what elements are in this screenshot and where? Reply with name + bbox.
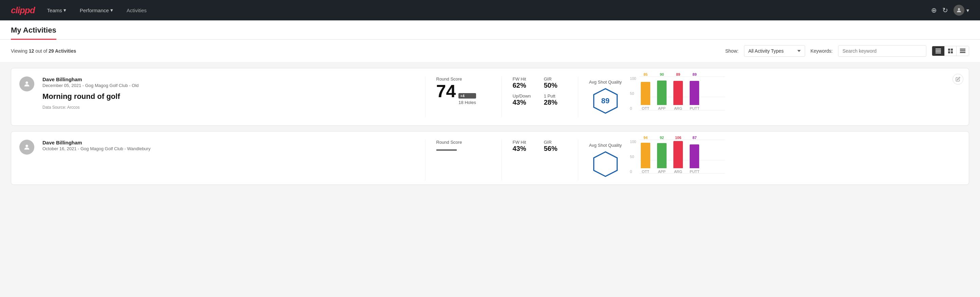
fw-hit-item: FW Hit 62% <box>513 77 536 89</box>
chevron-down-icon: ▾ <box>966 7 969 14</box>
gir-item: GIR 56% <box>544 140 567 153</box>
nav-activities[interactable]: Activities <box>125 8 148 13</box>
updown-item: Up/Down 43% <box>513 93 536 106</box>
svg-rect-1 <box>935 49 941 49</box>
page-title: My Activities <box>11 26 56 40</box>
holes-count: 18 Holes <box>458 100 476 105</box>
bar-app: 90 APP <box>657 78 667 110</box>
chevron-down-icon: ▾ <box>64 7 66 13</box>
activity-card: Dave Billingham December 05, 2021 - Gog … <box>11 68 969 126</box>
filter-bar: Viewing 12 out of 29 Activities Show: Al… <box>0 40 980 62</box>
fw-gir-section: FW Hit 62% GIR 50% Up/Down 43% 1 Putt 28… <box>513 77 567 106</box>
gir-item: GIR 50% <box>544 77 567 89</box>
svg-marker-15 <box>593 152 617 176</box>
bar-putt: 87 PUTT <box>690 141 700 174</box>
quality-label: Avg Shot Quality <box>589 143 622 148</box>
quality-label: Avg Shot Quality <box>589 80 622 85</box>
one-putt-item: 1 Putt 28% <box>544 93 567 106</box>
round-score-section: Round Score 74 +4 18 Holes <box>436 77 491 105</box>
page-header: My Activities <box>0 21 980 40</box>
user-menu[interactable]: ▾ <box>953 5 969 16</box>
player-name: Dave Billingham <box>43 77 414 82</box>
date-course: December 05, 2021 - Gog Magog Golf Club … <box>43 83 414 88</box>
refresh-icon[interactable]: ↻ <box>942 6 948 14</box>
fw-hit-item: FW Hit 43% <box>513 140 536 153</box>
viewing-text: Viewing 12 out of 29 Activities <box>11 48 720 54</box>
svg-rect-8 <box>951 51 953 53</box>
svg-point-0 <box>958 8 960 10</box>
player-name: Dave Billingham <box>43 140 414 145</box>
svg-point-14 <box>25 145 28 147</box>
hexagon-section: Avg Shot Quality 89 <box>589 80 622 115</box>
main-content: Dave Billingham December 05, 2021 - Gog … <box>0 68 980 201</box>
hexagon: 89 <box>592 87 619 115</box>
viewing-suffix: Activities <box>54 48 76 54</box>
bar-putt: 89 PUTT <box>690 78 700 110</box>
round-title: Morning round of golf <box>43 92 414 101</box>
round-score-section: Round Score <box>436 140 491 150</box>
hexagon-section: Avg Shot Quality <box>589 143 622 178</box>
bar-chart: 100 50 0 94 OTT <box>630 140 725 180</box>
svg-rect-7 <box>948 51 950 53</box>
round-score-label: Round Score <box>436 140 491 145</box>
avatar <box>19 77 34 91</box>
avatar <box>19 140 34 155</box>
show-label: Show: <box>725 48 738 54</box>
app-logo[interactable]: clippd <box>11 5 35 16</box>
divider <box>501 140 502 180</box>
search-input[interactable] <box>838 45 926 57</box>
y-axis: 100 50 0 <box>630 77 636 110</box>
svg-rect-9 <box>960 49 966 50</box>
score-badge: +4 <box>458 93 476 99</box>
bar-ott: 85 OTT <box>641 78 650 110</box>
nav-icons: ⊕ ↻ ▾ <box>931 5 969 16</box>
svg-rect-2 <box>935 50 941 51</box>
divider <box>501 77 502 117</box>
add-icon[interactable]: ⊕ <box>931 6 937 14</box>
navbar: clippd Teams ▾ Performance ▾ Activities … <box>0 0 980 21</box>
hexagon <box>592 150 619 178</box>
data-source: Data Source: Arccos <box>43 105 414 110</box>
svg-point-12 <box>25 81 28 84</box>
svg-rect-4 <box>935 53 941 53</box>
date-course: October 16, 2021 - Gog Magog Golf Club -… <box>43 146 414 151</box>
bar-arg: 106 ARG <box>673 141 683 174</box>
viewing-total: 29 <box>49 48 54 54</box>
svg-rect-10 <box>960 50 966 51</box>
round-score-label: Round Score <box>436 77 491 81</box>
activity-card: Dave Billingham October 16, 2021 - Gog M… <box>11 131 969 185</box>
y-axis: 100 50 0 <box>630 140 636 174</box>
score-row: 74 +4 18 Holes <box>436 82 491 105</box>
hexagon-value: 89 <box>601 96 609 105</box>
svg-rect-3 <box>935 51 941 52</box>
activity-type-select[interactable]: All Activity Types <box>744 45 805 57</box>
nav-teams[interactable]: Teams ▾ <box>46 7 68 13</box>
edit-button[interactable] <box>953 74 963 85</box>
card-info: Dave Billingham October 16, 2021 - Gog M… <box>43 140 414 151</box>
grid-line <box>640 140 725 140</box>
bar-ott: 94 OTT <box>641 141 650 174</box>
divider <box>578 140 578 180</box>
view-toggle <box>932 46 969 56</box>
bar-chart: 100 50 0 85 OTT <box>630 77 725 117</box>
nav-performance[interactable]: Performance ▾ <box>78 7 115 13</box>
view-grid-button[interactable] <box>945 46 956 56</box>
svg-rect-11 <box>960 52 966 53</box>
bar-app: 92 APP <box>657 141 667 174</box>
avatar <box>953 5 964 16</box>
quality-section: Avg Shot Quality 100 50 0 <box>589 140 961 180</box>
view-detail-button[interactable] <box>956 46 969 56</box>
quality-section: Avg Shot Quality 89 100 50 0 <box>589 77 961 117</box>
svg-rect-5 <box>948 49 950 51</box>
score-dash <box>436 150 457 150</box>
fw-gir-section: FW Hit 43% GIR 56% <box>513 140 567 153</box>
grid-line <box>640 77 725 77</box>
chevron-down-icon: ▾ <box>110 7 113 13</box>
round-score-value: 74 <box>436 82 456 100</box>
svg-rect-6 <box>951 49 953 51</box>
view-compact-button[interactable] <box>932 46 945 56</box>
viewing-count: 12 <box>29 48 34 54</box>
card-info: Dave Billingham December 05, 2021 - Gog … <box>43 77 414 110</box>
bar-arg: 89 ARG <box>673 78 683 110</box>
keywords-label: Keywords: <box>811 48 833 54</box>
